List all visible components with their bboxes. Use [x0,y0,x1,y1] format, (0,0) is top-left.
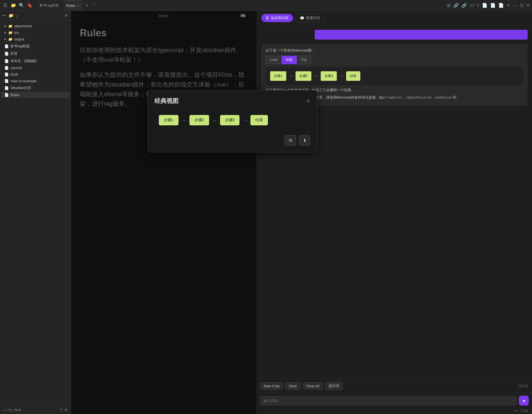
main-layout: ✏ 📁 ↕ ✕ ▶ 📁 attachment ▶ 📁 Iris ▶ 📁 outp… [0,11,532,414]
editor-title: Rules [159,14,168,18]
modal-title: 经典视图 [154,97,179,105]
ai-input-field[interactable] [260,396,517,405]
ai-status: Iris: 已连接 [257,408,532,414]
book-icon[interactable]: 📖 [240,13,246,18]
flow-box-1: 步骤1 [270,71,286,81]
modal-close-icon[interactable]: ✕ [306,98,310,104]
knowledge-base-icon: 🗄 [266,16,269,20]
tab-knowledge-base[interactable]: 🗄 知识库问答 [261,14,293,22]
file-doc1-icon[interactable]: 📄 [482,3,487,8]
bookmark-icon[interactable]: 🔖 [27,2,33,8]
save-button[interactable]: Save [285,382,300,390]
new-tab-icon[interactable]: + [84,2,90,8]
tab-rules-close-icon[interactable]: ✕ [77,4,80,7]
chevron-icon: ▶ [4,31,7,34]
content-area: ← → Rules 📖 ⋯ Rules 目前你使用的技术框架为原生typescr… [71,11,532,414]
link1-icon[interactable]: 🔗 [453,3,459,8]
file-icon: 📄 [4,79,9,83]
sidebar-item-obsidian-community[interactable]: 📄 Obsidian社区 [1,84,70,91]
sidebar-item-attachment[interactable]: ▶ 📁 attachment [1,23,70,29]
editor-paragraph1: 目前你使用的技术框架为原生typescript，开发obsidian插件。（不使… [80,45,248,64]
modal-arrow-1: → [181,117,187,123]
ai-footer: New Chat Save Clear All 提示词 ◁知识库 [257,379,532,393]
sidebar-toggle-icon[interactable]: ☰ [2,2,8,8]
mermaid-tab-classic[interactable]: 经典 [282,56,297,64]
flow-box-3: 步骤3 [321,71,337,81]
more-icon[interactable]: ⋯ [249,13,253,18]
modal-actions: ⧉ ⬇ [154,135,310,146]
vault-name: ◇ Iris_Vault [3,408,21,412]
modal-arrow-2: → [212,117,217,123]
tab-general-chat[interactable]: 💬 普通对话 [295,14,325,22]
flow-arrow-2: → [314,72,318,80]
folder-icon: 📁 [8,31,13,35]
mermaid-diagram: 步骤1 → 步骤2 → 步骤3 → 结果 [266,67,523,85]
maximize-icon[interactable]: ⊡ [520,3,524,8]
mermaid-tabs: Code 经典 手绘 [266,56,523,64]
modal-download-button[interactable]: ⬇ [299,135,310,146]
file-icon: 📄 [4,52,9,56]
modal-header: 经典视图 ✕ [154,97,310,105]
vault-name-label: Iris_Vault [7,408,21,412]
prompt-button[interactable]: 提示词 [325,382,343,390]
file-icon: 📄 [4,44,9,48]
sidebar-item-obsidian-community-label: Obsidian社区 [10,85,31,90]
sidebar-item-rules-label: Rules [10,93,19,97]
mermaid-label: 以下是一个简单的Mermaid图： [266,48,523,54]
tab-ref-rag-label: 参考rag框架 [39,3,59,8]
help-icon[interactable]: ? [60,408,62,412]
sidebar-close-icon[interactable]: ✕ [65,13,68,18]
sidebar-item-ref-rag[interactable]: 📄 参考rag框架 [1,43,70,50]
sidebar: ✏ 📁 ↕ ✕ ▶ 📁 attachment ▶ 📁 Iris ▶ 📁 outp… [0,11,71,414]
sidebar-item-rules[interactable]: 📄 Rules [1,92,70,98]
file-doc3-icon[interactable]: 📄 [498,3,504,8]
footer-icons: ? ⚙ [60,408,68,412]
modal-arrow-3: → [242,117,248,123]
file-icon: 📄 [4,59,9,63]
chevron-icon: ▶ [4,24,7,28]
sidebar-item-draft[interactable]: 📄 Draft [1,71,70,78]
back-icon[interactable]: ← [74,13,79,18]
tab-menu-icon[interactable]: ˅ [91,2,97,8]
new-chat-button[interactable]: New Chat [260,382,283,390]
sidebar-item-cannoli-label: cannoli [10,66,22,70]
modal-copy-button[interactable]: ⧉ [285,135,296,146]
search-icon[interactable]: 🔍 [19,2,25,8]
new-folder-icon[interactable]: 📁 [8,13,14,18]
sidebar-item-output[interactable]: ▶ 📁 output [1,36,70,42]
clear-all-button[interactable]: Clear All [303,382,323,390]
sidebar-item-welcome[interactable]: 📄 欢迎 [1,50,70,57]
sidebar-item-cannoli[interactable]: 📄 cannoli [1,65,70,71]
modal-flow-box-2: 步骤2 [189,115,209,125]
tag-icon[interactable]: 🏷 [470,3,474,8]
sort-icon[interactable]: ↕ [16,13,18,18]
sidebar-item-iris-label: Iris [14,31,19,35]
sidebar-item-unnamed[interactable]: 📄 未命名 CANVAS [1,57,70,64]
forward-icon[interactable]: → [82,13,86,18]
graph-icon[interactable]: ✦ [507,3,510,8]
file-doc2-icon[interactable]: 📄 [490,3,496,8]
settings-icon[interactable]: ⚙ [65,408,68,412]
minimize-icon[interactable]: — [513,3,517,8]
ai-messages: 以下是一个简单的Mermaid图： Code 经典 手绘 步骤1 → 步骤2 →… [257,25,532,379]
link2-icon[interactable]: 🔗 [461,3,467,8]
tab-ref-rag[interactable]: 参考rag框架 [36,1,62,10]
ai-send-button[interactable]: ➤ [519,396,529,406]
sidebar-item-iris[interactable]: ▶ 📁 Iris [1,29,70,36]
sidebar-toolbar: ✏ 📁 ↕ ✕ [0,11,71,20]
split-view-icon[interactable]: ⊞ [447,3,451,8]
window-close-icon[interactable]: ✕ [526,3,530,8]
list-icon[interactable]: ≡ [477,3,479,8]
tab-rules-label: Rules [66,4,75,8]
sidebar-item-main-ts[interactable]: 📄 main.ts-example [1,78,70,84]
modal-flow-box-3: 步骤3 [220,115,240,125]
tab-rules[interactable]: Rules ✕ [63,1,83,10]
flow-box-4: 结果 [346,71,360,81]
mermaid-tab-handdrawn[interactable]: 手绘 [297,56,311,64]
file-icon: 📄 [4,93,9,97]
mermaid-tab-code[interactable]: Code [266,56,282,64]
new-note-icon[interactable]: ✏ [3,13,6,18]
file-open-icon[interactable]: 📁 [10,2,16,8]
ai-panel: 🗄 知识库问答 💬 普通对话 以下是一个简单的Mermaid图： Code 经典 [257,11,532,414]
canvas-badge: CANVAS [24,59,37,63]
